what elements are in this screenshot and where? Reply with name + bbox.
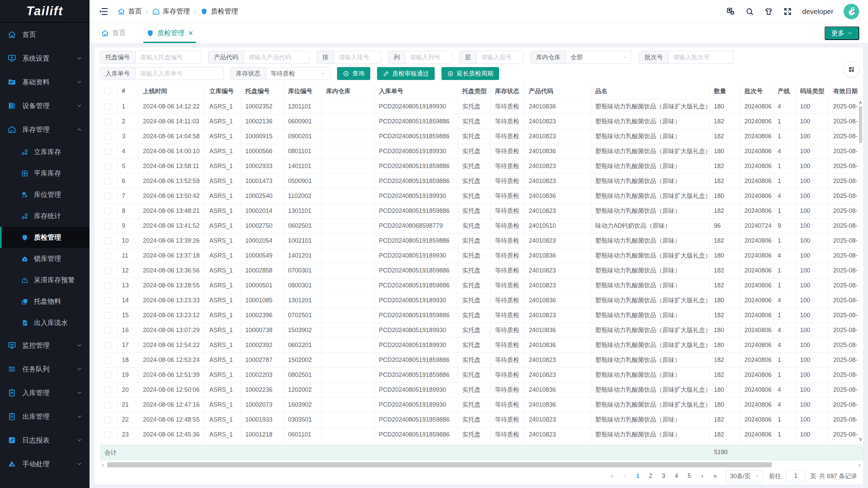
sidebar-item-stagnant-warning[interactable]: 呆滞库存预警 xyxy=(0,269,90,291)
sidebar-item-system-settings[interactable]: 系统设置 xyxy=(0,46,90,70)
row-checkbox[interactable] xyxy=(104,208,111,215)
sidebar-item-stock-stats[interactable]: 库存统计 xyxy=(0,205,90,227)
row-checkbox[interactable] xyxy=(104,416,111,423)
sidebar-item-task-queue[interactable]: 任务队列 xyxy=(0,357,90,381)
filter-input-列[interactable] xyxy=(406,51,452,63)
page-button-5[interactable]: 5 xyxy=(684,471,694,482)
sidebar-item-device-mgmt[interactable]: 设备管理 xyxy=(0,94,90,118)
collapse-sidebar-icon[interactable] xyxy=(98,6,108,17)
row-checkbox[interactable] xyxy=(104,267,111,274)
select-all-cell xyxy=(100,83,117,99)
row-checkbox[interactable] xyxy=(104,297,111,304)
sidebar-item-asrs-stock[interactable]: 立库库存 xyxy=(0,141,90,163)
sidebar-item-outbound-mgmt[interactable]: 出库管理 xyxy=(0,405,90,428)
filter-input-托盘编号[interactable] xyxy=(136,51,201,63)
row-checkbox[interactable] xyxy=(104,282,111,289)
prev-page-button[interactable]: ‹ xyxy=(620,471,630,482)
breadcrumb-item[interactable]: 库存管理 xyxy=(152,7,190,16)
first-page-button[interactable]: « xyxy=(607,471,617,482)
chevron-down-icon xyxy=(77,414,82,419)
sidebar-item-qc-mgmt[interactable]: 质检管理 xyxy=(0,227,90,248)
last-page-button[interactable]: » xyxy=(710,471,720,482)
table-cell: ASRS_1 xyxy=(205,99,241,114)
sidebar-item-base-data[interactable]: 基础资料 xyxy=(0,70,90,94)
row-checkbox[interactable] xyxy=(104,342,111,349)
row-checkbox[interactable] xyxy=(104,312,111,319)
row-checkbox[interactable] xyxy=(104,118,111,125)
breadcrumb-item[interactable]: 首页 xyxy=(117,7,142,16)
row-checkbox[interactable] xyxy=(104,193,111,200)
filter-row-1: 托盘编号产品代码排列层库内仓库全部批次号 xyxy=(100,51,843,64)
table-cell: 10002750 xyxy=(241,218,283,233)
qc-approve-button[interactable]: 质检审核通过 xyxy=(377,67,435,80)
more-button[interactable]: 更多 xyxy=(825,26,859,40)
search-icon[interactable] xyxy=(745,7,754,16)
extend-qc-period-button[interactable]: 延长质检周期 xyxy=(441,67,499,80)
vertical-scrollbar[interactable]: ∧ ∨ xyxy=(858,99,863,442)
scroll-up-icon[interactable]: ∧ xyxy=(859,99,863,105)
row-checkbox[interactable] xyxy=(104,178,111,185)
row-checkbox[interactable] xyxy=(104,133,111,140)
scroll-down-icon[interactable]: ∨ xyxy=(859,436,863,442)
tab-质检管理[interactable]: 质检管理 xyxy=(143,23,196,43)
filter-input-批次号[interactable] xyxy=(669,51,733,63)
username[interactable]: developer xyxy=(802,7,833,16)
sidebar-item-manual-handle[interactable]: 手动处理 xyxy=(0,452,90,476)
query-button[interactable]: 查询 xyxy=(337,67,370,80)
sidebar-item-lock-mgmt[interactable]: 锁库管理 xyxy=(0,248,90,269)
filter-input-入库单号[interactable] xyxy=(136,67,223,80)
next-page-button[interactable]: › xyxy=(697,471,707,482)
filter-input-层[interactable] xyxy=(477,51,523,63)
breadcrumb-item[interactable]: 质检管理 xyxy=(200,7,238,16)
theme-shirt-icon[interactable] xyxy=(764,7,773,16)
page-button-4[interactable]: 4 xyxy=(671,471,682,482)
sidebar-item-inbound-mgmt[interactable]: 入库管理 xyxy=(0,381,90,405)
app-logo: Tailift xyxy=(0,0,90,23)
sidebar-item-pallet-material[interactable]: 托盘物料 xyxy=(0,291,90,312)
row-checkbox[interactable] xyxy=(104,148,111,155)
row-checkbox[interactable] xyxy=(104,372,111,379)
vertical-scroll-thumb[interactable] xyxy=(859,106,862,143)
page-size-select[interactable]: 30条/页 xyxy=(726,470,764,482)
select-all-checkbox[interactable] xyxy=(104,88,111,95)
sidebar-item-inventory-mgmt[interactable]: 库存管理 xyxy=(0,118,90,141)
row-checkbox[interactable] xyxy=(104,103,111,110)
column-settings-button[interactable] xyxy=(844,62,859,77)
filter-input-排[interactable] xyxy=(334,51,381,63)
row-checkbox[interactable] xyxy=(104,402,111,408)
row-checkbox[interactable] xyxy=(104,327,111,334)
goto-page-input[interactable] xyxy=(786,470,806,482)
close-tab-icon[interactable] xyxy=(188,30,193,36)
sidebar-item-monitor-mgmt[interactable]: 监控管理 xyxy=(0,333,90,357)
table-cell: 20240806 xyxy=(740,263,773,278)
row-checkbox[interactable] xyxy=(104,387,111,393)
filter-select-库内仓库[interactable]: 全部 xyxy=(566,51,632,63)
scroll-left-icon[interactable]: ‹ xyxy=(100,462,106,468)
sidebar-item-log-report[interactable]: 日志报表 xyxy=(0,428,90,452)
filter-select-库存状态[interactable]: 等待质检 xyxy=(266,67,330,80)
page-button-1[interactable]: 1 xyxy=(633,471,643,482)
sidebar-item-home[interactable]: 首页 xyxy=(0,23,90,46)
scroll-right-icon[interactable]: › xyxy=(856,462,863,468)
language-switch-icon[interactable] xyxy=(726,7,735,16)
fullscreen-icon[interactable] xyxy=(783,7,792,16)
row-checkbox[interactable] xyxy=(104,238,111,244)
row-checkbox[interactable] xyxy=(104,223,111,229)
sidebar-item-inout-flow[interactable]: 出入库流水 xyxy=(0,312,90,333)
page-button-2[interactable]: 2 xyxy=(646,471,656,482)
page-button-3[interactable]: 3 xyxy=(658,471,669,482)
tab-首页[interactable]: 首页 xyxy=(98,23,129,43)
table-cell: 182 xyxy=(709,308,740,323)
avatar[interactable] xyxy=(844,4,859,19)
sidebar-item-location-mgmt[interactable]: 库位管理 xyxy=(0,184,90,205)
horizontal-scroll-thumb[interactable] xyxy=(107,462,772,467)
row-checkbox[interactable] xyxy=(104,252,111,259)
home-icon xyxy=(101,29,109,37)
filter-input-产品代码[interactable] xyxy=(244,51,310,63)
row-checkbox[interactable] xyxy=(104,357,111,364)
horizontal-scrollbar[interactable]: ‹ › xyxy=(100,462,863,468)
row-checkbox[interactable] xyxy=(104,163,111,170)
row-checkbox[interactable] xyxy=(104,431,111,438)
sidebar-item-flat-stock[interactable]: 平库库存 xyxy=(0,163,90,184)
home-icon xyxy=(117,7,125,16)
